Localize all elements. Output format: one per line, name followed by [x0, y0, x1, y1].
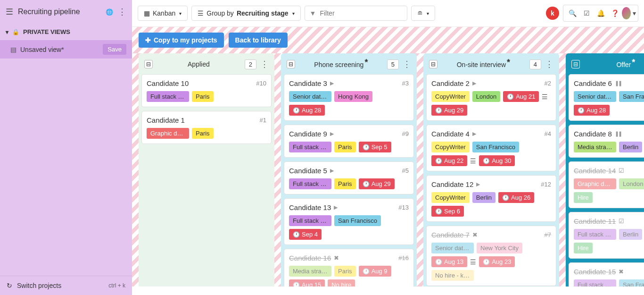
menu-icon[interactable]: ☰ — [6, 7, 13, 17]
card[interactable]: Candidate 6❚❚Senior data s...San Fran🕐Au… — [569, 74, 644, 121]
clock-icon: 🕐 — [483, 259, 490, 265]
play-icon: ▶ — [330, 131, 334, 137]
card[interactable]: Candidate 9▶#9Full stack de...Paris🕐Sep … — [284, 125, 414, 158]
filter-input[interactable] — [320, 9, 402, 17]
group-by-button[interactable]: ☰ Group by Recruiting stage ▾ — [191, 6, 300, 21]
card[interactable]: Candidate 16✖#16Media strate...Paris🕐Aug… — [284, 249, 414, 287]
back-to-library-button[interactable]: Back to library — [229, 33, 288, 48]
card-number: #3 — [402, 80, 409, 87]
lock-icon: 🔒 — [12, 29, 19, 35]
tag: Graphic desi... — [147, 128, 189, 139]
card-menu-icon[interactable]: ☰ — [470, 157, 476, 165]
checkbox-icon[interactable]: ☑ — [579, 6, 594, 20]
clock-icon: 🕐 — [435, 208, 442, 215]
card[interactable]: Candidate 3▶#3Senior data s...Hong Kong🕐… — [284, 74, 414, 121]
column-menu-icon[interactable]: ⋮ — [545, 59, 553, 69]
pause-icon: ❚❚ — [615, 131, 621, 137]
sort-button[interactable]: ≘ ▾ — [411, 6, 435, 21]
tag: Hire — [574, 192, 593, 203]
collapse-column-button[interactable]: ⊟ — [144, 60, 153, 68]
column-title: Applied — [157, 60, 241, 68]
tag: Senior data s... — [574, 91, 616, 102]
tag-list: CopyWriterSan Francisco🕐Aug 22☰🕐Aug 30 — [431, 142, 551, 166]
tag: San Francisco — [334, 215, 381, 226]
filter-input-wrapper[interactable]: ▼ — [305, 6, 408, 21]
view-mode-kanban-button[interactable]: ▦ Kanban ▾ — [138, 6, 188, 21]
card[interactable]: Candidate 13▶#13Full stack de...San Fran… — [284, 198, 414, 245]
collapse-column-button[interactable]: ⊟ — [287, 60, 295, 68]
x-icon: ✖ — [472, 231, 478, 238]
action-bar: ✚ Copy to my projects Back to library — [132, 27, 644, 53]
tag: New York City — [477, 243, 522, 253]
card-number: #13 — [398, 204, 409, 211]
asterisk-icon: * — [632, 58, 635, 67]
column-header: ⊟ On-site interview* 4 ⋮ — [426, 56, 556, 74]
check-icon: ☑ — [619, 167, 624, 174]
tag: Media strate... — [574, 142, 616, 152]
card-number: #12 — [541, 181, 551, 188]
caret-down-icon: ▾ — [292, 11, 295, 16]
card-number: #2 — [545, 80, 551, 87]
date-badge: 🕐Aug 29 — [431, 105, 467, 116]
card[interactable]: Candidate 8❚❚Media strate...Berlin🕐Aug 2… — [569, 125, 644, 158]
view-item-unsaved[interactable]: ▤ Unsaved view* Save — [0, 40, 132, 59]
switch-projects-label: Switch projects — [17, 282, 61, 289]
tag-list: Graphic desi...London🕐Aug 16Hire — [574, 178, 644, 203]
card-number: #16 — [398, 254, 409, 261]
search-icon[interactable]: 🔍 — [565, 6, 579, 20]
x-icon: ✖ — [619, 268, 624, 275]
copy-to-my-projects-button[interactable]: ✚ Copy to my projects — [139, 33, 224, 48]
column-title: Phone screening* — [299, 59, 383, 69]
card-menu-icon[interactable]: ☰ — [542, 93, 548, 101]
card[interactable]: Candidate 2▶#2CopyWriterLondon🕐Aug 21☰🕐A… — [426, 74, 556, 121]
play-icon: ▶ — [476, 181, 480, 187]
card[interactable]: Candidate 1#1Graphic desi...Paris — [141, 111, 272, 144]
clock-icon: 🕐 — [483, 158, 490, 164]
card-number: #10 — [256, 80, 266, 87]
tag: Graphic desi... — [574, 178, 616, 189]
card-title: Candidate 16 — [289, 254, 331, 262]
tag: Berlin — [619, 229, 642, 240]
list-icon: ☰ — [198, 9, 204, 17]
card[interactable]: Candidate 15✖Full stack de...San Fran — [569, 262, 644, 287]
collapse-column-button[interactable]: ⊟ — [429, 60, 438, 68]
save-view-button[interactable]: Save — [103, 44, 126, 55]
card-menu-icon[interactable]: ☰ — [470, 258, 476, 266]
date-badge: 🕐Sep 5 — [359, 142, 391, 152]
column-title: On-site interview* — [441, 59, 526, 69]
tag-list: Full stack de...Paris — [147, 91, 266, 102]
bell-icon[interactable]: 🔔 — [594, 6, 608, 20]
private-views-section[interactable]: ▾ 🔒 PRIVATE VIEWS — [0, 24, 132, 40]
column-menu-icon[interactable]: ⋮ — [403, 59, 411, 69]
tag: Full stack de... — [289, 142, 331, 152]
tag: Full stack de... — [289, 215, 331, 226]
card[interactable]: Candidate 10#10Full stack de...Paris — [141, 74, 272, 107]
card[interactable]: Candidate 11☑Full stack de...Berlin🕐Aug … — [569, 212, 644, 259]
user-menu[interactable]: ▾ — [622, 6, 636, 20]
clock-icon: 🕐 — [293, 282, 300, 287]
switch-projects-button[interactable]: ↻ Switch projects ctrl + k — [0, 276, 132, 295]
tag: San Fran — [619, 91, 644, 102]
card[interactable]: Candidate 4▶#4CopyWriterSan Francisco🕐Au… — [426, 125, 556, 171]
tag: Full stack de... — [147, 91, 189, 102]
tag-list: Media strate...Berlin🕐Aug 28☰ — [574, 142, 644, 152]
card[interactable]: Candidate 14☑Graphic desi...London🕐Aug 1… — [569, 161, 644, 208]
column-header: ⊟ Phone screening* 5 ⋮ — [284, 56, 414, 74]
caret-down-icon: ▾ — [427, 11, 429, 16]
date-badge: 🕐Aug 26 — [498, 192, 534, 203]
column-header: ⊟ Applied 2 ⋮ — [141, 56, 272, 74]
collapse-column-button[interactable]: ⊟ — [571, 60, 580, 68]
tag: CopyWriter — [431, 91, 470, 102]
card-title: Candidate 5 — [289, 167, 327, 175]
tag: Hong Kong — [334, 91, 372, 102]
horizontal-scrollbar[interactable] — [132, 287, 644, 295]
card[interactable]: Candidate 5▶#5Full stack de...Paris🕐Aug … — [284, 161, 414, 194]
card-title: Candidate 13 — [289, 203, 331, 211]
project-menu-icon[interactable]: ⋮ — [118, 7, 126, 17]
card[interactable]: Candidate 12▶#12CopyWriterBerlin🕐Aug 26🕐… — [426, 175, 556, 222]
card[interactable]: Candidate 7✖#7Senior data s...New York C… — [426, 226, 556, 286]
sidebar-header: ☰ Recruiting pipeline 🌐 ⋮ — [0, 0, 132, 24]
help-icon[interactable]: ❓ — [608, 6, 622, 20]
column-menu-icon[interactable]: ⋮ — [260, 59, 269, 69]
board-scroll[interactable]: ⊟ Applied 2 ⋮Candidate 10#10Full stack d… — [132, 53, 644, 287]
